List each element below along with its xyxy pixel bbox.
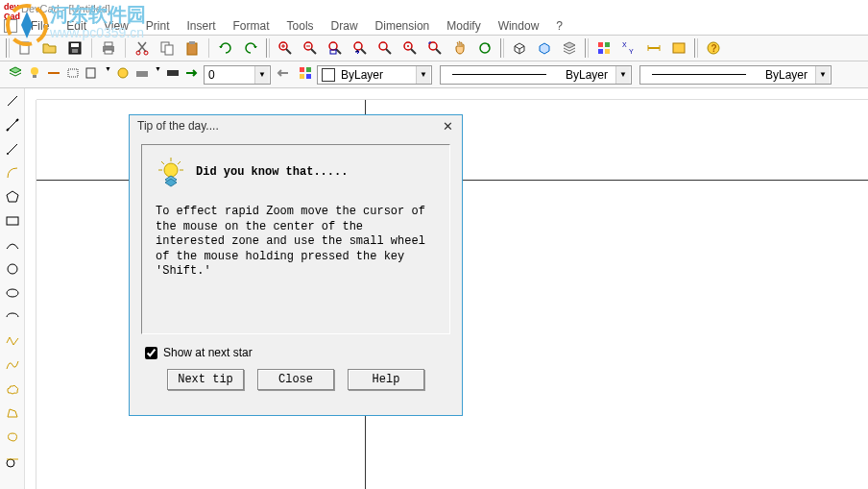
svg-rect-48 <box>68 69 78 77</box>
ellipse-icon[interactable] <box>2 282 23 304</box>
mdi-control-icon[interactable] <box>4 19 17 33</box>
menu-help[interactable]: ? <box>548 18 570 34</box>
revision-cloud-icon[interactable] <box>2 379 23 400</box>
plot-style-icon[interactable]: ▼ <box>134 65 161 85</box>
svg-rect-61 <box>7 217 18 225</box>
freeze-icon[interactable] <box>46 65 61 85</box>
zoom-in-icon[interactable] <box>274 37 297 59</box>
svg-point-20 <box>329 42 337 50</box>
menu-modify[interactable]: Modify <box>439 18 488 34</box>
show-at-start-checkbox[interactable] <box>145 347 157 359</box>
svg-rect-6 <box>105 50 112 54</box>
line-icon[interactable] <box>2 90 23 111</box>
svg-point-71 <box>164 163 178 177</box>
layer-linetype-icon[interactable] <box>165 65 181 85</box>
print-icon[interactable] <box>97 37 120 59</box>
properties-icon[interactable] <box>592 37 615 59</box>
svg-line-67 <box>161 161 164 164</box>
svg-point-50 <box>118 68 128 78</box>
zoom-previous-icon[interactable] <box>349 37 372 59</box>
menu-insert[interactable]: Insert <box>180 18 224 34</box>
help-icon[interactable]: ? <box>702 37 725 59</box>
tangent-icon[interactable] <box>2 451 23 472</box>
color-picker-icon[interactable] <box>298 65 313 85</box>
svg-rect-56 <box>306 74 311 79</box>
pan-icon[interactable] <box>448 37 471 59</box>
bulb-icon[interactable] <box>27 65 42 85</box>
layer-color-icon[interactable] <box>115 65 131 85</box>
coordinates-icon[interactable]: XY <box>617 37 640 59</box>
menu-file[interactable]: File <box>23 18 57 34</box>
3d-view-icon[interactable] <box>508 37 531 59</box>
zoom-extents-icon[interactable] <box>374 37 397 59</box>
redraw-icon[interactable] <box>473 37 496 59</box>
arc-icon[interactable] <box>2 162 23 183</box>
svg-rect-2 <box>71 43 79 47</box>
menu-view[interactable]: View <box>96 18 136 34</box>
menu-print[interactable]: Print <box>138 18 178 34</box>
closed-spline-icon[interactable] <box>2 427 23 448</box>
polygon-icon[interactable] <box>2 186 23 208</box>
lock-icon[interactable] <box>65 65 81 85</box>
copy-icon[interactable] <box>156 37 179 59</box>
linetype-dropdown[interactable]: ByLayer ▼ <box>440 65 632 85</box>
menu-format[interactable]: Format <box>226 18 277 34</box>
ucs-icon[interactable] <box>533 37 556 59</box>
svg-rect-35 <box>598 49 603 54</box>
layer-manager-icon[interactable] <box>8 65 23 85</box>
polyline-icon[interactable] <box>2 330 23 352</box>
dimension-style-icon[interactable] <box>642 37 665 59</box>
zoom-out-icon[interactable] <box>299 37 322 59</box>
arc-3p-icon[interactable] <box>2 234 23 256</box>
construction-line-icon[interactable] <box>2 114 23 135</box>
svg-line-26 <box>386 49 391 54</box>
svg-rect-53 <box>300 67 304 72</box>
grip-handle[interactable] <box>266 38 270 58</box>
open-file-icon[interactable] <box>38 37 61 59</box>
text-style-icon[interactable] <box>667 37 690 59</box>
cut-icon[interactable] <box>131 37 154 59</box>
grip-handle[interactable] <box>585 38 589 58</box>
svg-line-18 <box>311 49 316 54</box>
color-dropdown[interactable]: ByLayer ▼ <box>317 65 432 85</box>
layer-dropdown[interactable]: 0 ▼ <box>204 65 271 85</box>
menu-dimension[interactable]: Dimension <box>368 18 438 34</box>
linetype-sample <box>452 74 546 75</box>
close-button[interactable]: Close <box>257 369 334 390</box>
make-current-icon[interactable] <box>275 65 290 85</box>
zoom-all-icon[interactable] <box>398 37 422 59</box>
menu-window[interactable]: Window <box>491 18 547 34</box>
zoom-window-icon[interactable] <box>324 37 347 59</box>
zoom-realtime-icon[interactable] <box>423 37 446 59</box>
lineweight-dropdown[interactable]: ByLayer ▼ <box>639 65 832 85</box>
svg-rect-11 <box>187 43 197 55</box>
save-file-icon[interactable] <box>63 37 86 59</box>
closed-polyline-icon[interactable] <box>2 403 23 424</box>
grip-handle[interactable] <box>500 38 504 58</box>
layers-icon[interactable] <box>558 37 581 59</box>
svg-line-31 <box>436 49 441 54</box>
grip-handle[interactable] <box>694 38 698 58</box>
dialog-titlebar[interactable]: Tip of the day.... ✕ <box>130 115 462 136</box>
redo-icon[interactable] <box>239 37 262 59</box>
menu-tools[interactable]: Tools <box>279 18 322 34</box>
paste-icon[interactable] <box>181 37 204 59</box>
undo-icon[interactable] <box>214 37 237 59</box>
layer-options-icon[interactable]: ▼ <box>84 65 111 85</box>
menu-draw[interactable]: Draw <box>324 18 366 34</box>
new-file-icon[interactable] <box>13 37 36 59</box>
svg-line-57 <box>8 96 17 106</box>
ray-icon[interactable] <box>2 138 23 159</box>
ellipse-arc-icon[interactable] <box>2 306 23 328</box>
menu-edit[interactable]: Edit <box>59 18 94 34</box>
rectangle-icon[interactable] <box>2 210 23 232</box>
close-icon[interactable]: ✕ <box>437 117 458 134</box>
layer-arrow-icon[interactable] <box>184 65 200 85</box>
svg-rect-12 <box>189 41 195 44</box>
grip-handle[interactable] <box>6 38 10 58</box>
next-tip-button[interactable]: Next tip <box>167 369 244 390</box>
spline-icon[interactable] <box>2 355 23 376</box>
circle-icon[interactable] <box>2 258 23 280</box>
help-button[interactable]: Help <box>348 369 424 390</box>
lightbulb-icon <box>156 157 186 187</box>
